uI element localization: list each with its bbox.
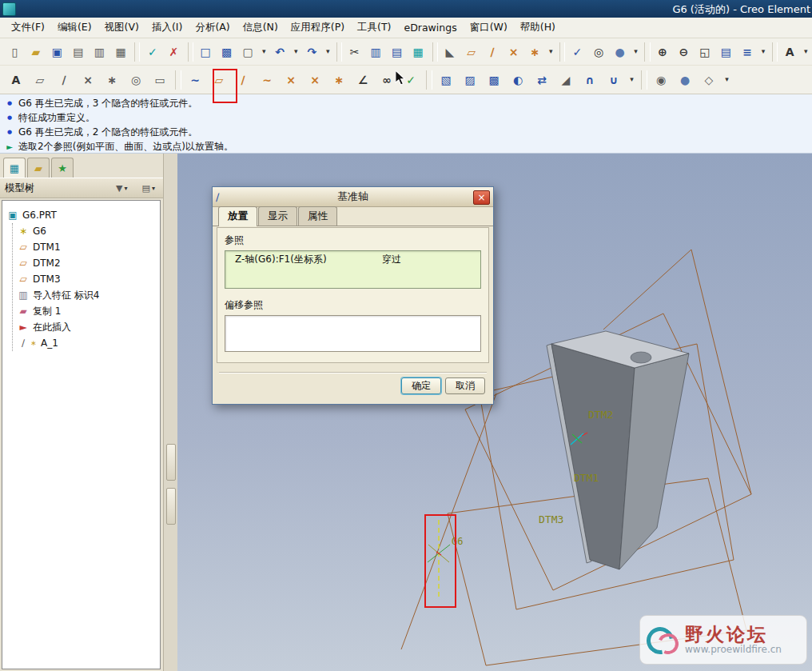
app-icon[interactable] [2,2,16,16]
pattern-button[interactable]: ▩ [217,41,237,63]
insert-plane-button[interactable]: ▱ [461,41,481,63]
render-button[interactable]: ◉ [650,69,672,91]
view-menu-button[interactable]: ▾ [758,41,768,63]
tree-filter-button[interactable]: ▼▾ [113,181,130,196]
extend-button[interactable]: ▧ [435,69,457,91]
mirror-button[interactable]: ◐ [507,69,529,91]
panel-splitter[interactable] [163,154,177,671]
tree-settings-button[interactable]: ▤▾ [139,181,158,196]
model-hole[interactable] [631,352,651,363]
references-list[interactable]: Z-轴(G6):F1(坐标系) 穿过 [225,250,481,289]
scene-button[interactable]: ◇ [698,69,720,91]
edit-menu-button[interactable]: ▾ [627,69,637,91]
merge-button[interactable]: ∩ [579,69,601,91]
zoom-fit-button[interactable]: ◱ [695,41,715,63]
menu-item-window[interactable]: 窗口(W) [464,18,514,37]
menu-item-file[interactable]: 文件(F) [5,18,51,37]
menu-item-help[interactable]: 帮助(H) [514,18,562,37]
tree-item-dtm2[interactable]: ▱DTM2 [13,255,160,271]
redo-button[interactable]: ↷ [302,41,322,63]
paste-special-button[interactable]: ▦ [408,41,428,63]
tree-item-part[interactable]: ▣G6.PRT [2,207,160,223]
dialog-close-button[interactable]: × [473,190,490,205]
insert-point-button[interactable]: × [504,41,523,63]
point-display-button[interactable]: × [77,69,99,91]
feature-list-button[interactable]: □ [196,41,216,63]
shaded-view-button[interactable]: ● [610,41,630,63]
folder-browser-tab[interactable]: ▰ [27,158,50,178]
menu-item-edit[interactable]: 编辑(E) [51,18,98,37]
undo-button[interactable]: ↶ [270,41,290,63]
named-views-button[interactable]: ▤ [716,41,736,63]
render-menu-button[interactable]: ▾ [722,69,732,91]
cancel-button[interactable]: 取消 [445,377,485,394]
tree-item-dtm3[interactable]: ▱DTM3 [13,271,160,287]
offset-button[interactable]: ▨ [459,69,481,91]
display-menu-button[interactable]: ▾ [631,41,641,63]
layers-button[interactable]: ≡ [738,41,758,63]
tree-item-insert-here[interactable]: ►在此插入 [13,319,160,335]
copy-button[interactable]: ▥ [366,41,386,63]
menu-item-info[interactable]: 信息(N) [237,18,285,37]
new-file-button[interactable]: ▯ [5,41,25,63]
tree-item-import-feature[interactable]: ▥导入特征 标识4 [13,287,160,303]
selection-menu-button[interactable]: ▾ [259,41,269,63]
copy-geometry-button[interactable]: ▩ [483,69,505,91]
sketch-curve-button[interactable]: ~ [184,69,206,91]
sketch-tool-button[interactable]: ◣ [440,41,460,63]
insert-axis-button[interactable]: ∕ [483,41,503,63]
reference-row[interactable]: Z-轴(G6):F1(坐标系) 穿过 [225,251,480,267]
menu-item-applications[interactable]: 应用程序(P) [285,18,351,37]
note-display-button[interactable]: ▭ [149,69,171,91]
axis-display-button[interactable]: ∕ [53,69,75,91]
regenerate-button[interactable]: ✓ [142,41,162,63]
tree-item-copy[interactable]: ▰复制 1 [13,303,160,319]
annotation-filter-button[interactable]: A [5,69,27,91]
curve-tool-button[interactable]: ~ [256,69,278,91]
datum-point-tool-button[interactable]: × [280,69,302,91]
spin-center-button[interactable]: ◎ [125,69,147,91]
selection-buffer-button[interactable]: ▢ [238,41,258,63]
erase-not-displayed-button[interactable]: ✗ [164,41,184,63]
menu-item-edrawings[interactable]: eDrawings [397,19,463,36]
intersect-button[interactable]: ∪ [603,69,625,91]
ok-button[interactable]: 确定 [401,377,441,394]
splitter-handle-2[interactable] [166,488,176,525]
csys-display-button[interactable]: ∗ [101,69,123,91]
open-file-button[interactable]: ▰ [26,41,46,63]
insert-csys-button[interactable]: ∗ [525,41,545,63]
preview-check-button[interactable]: ✓ [567,41,587,63]
annotation-button[interactable]: A [780,41,800,63]
move-button[interactable]: ⇄ [531,69,553,91]
paste-button[interactable]: ▤ [387,41,407,63]
save-file-button[interactable]: ▣ [47,41,67,63]
trim-button[interactable]: ◢ [555,69,577,91]
tab-properties[interactable]: 属性 [298,206,337,226]
tab-placement[interactable]: 放置 [218,206,257,226]
print-button[interactable]: ▤ [69,41,89,63]
offset-references-list[interactable] [225,315,481,352]
redo-menu-button[interactable]: ▾ [324,41,333,63]
offset-point-tool-button[interactable]: × [304,69,326,91]
zoom-out-button[interactable]: ⊖ [674,41,694,63]
cut-button[interactable]: ✂ [344,41,364,63]
select-target-button[interactable]: ◎ [589,41,609,63]
annotation-menu-button[interactable]: ▾ [802,41,811,63]
copy-window-button[interactable]: ▥ [90,41,109,63]
appearance-button[interactable]: ● [674,69,696,91]
paste-window-button[interactable]: ▦ [111,41,131,63]
splitter-handle-1[interactable] [166,444,176,481]
favorites-tab[interactable]: ★ [51,158,74,178]
menu-item-view[interactable]: 视图(V) [98,18,145,37]
tab-display[interactable]: 显示 [258,206,297,226]
zoom-in-button[interactable]: ⊕ [653,41,673,63]
plane-display-button[interactable]: ▱ [29,69,51,91]
measure-button[interactable]: ∠ [352,69,374,91]
csys-tool-button[interactable]: ∗ [328,69,350,91]
tree-item-csys[interactable]: ∗G6 [13,223,160,239]
reference-constraint[interactable]: 穿过 [382,253,401,266]
model-tree-tab[interactable]: ▦ [3,158,26,178]
undo-menu-button[interactable]: ▾ [292,41,301,63]
menu-item-tools[interactable]: 工具(T) [351,18,397,37]
tree-item-dtm1[interactable]: ▱DTM1 [13,239,160,255]
